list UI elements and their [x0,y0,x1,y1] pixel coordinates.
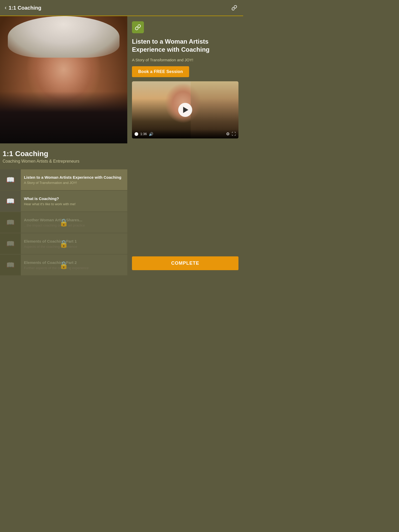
course-title: 1:1 Coaching [2,146,126,159]
progress-dot [135,132,138,136]
content-title: Listen to a Woman Artists Experience wit… [132,37,238,54]
lesson-item-4: 📖 Elements of Coaching Part 1 Aspects of… [0,233,127,254]
lesson-name-1: Listen to a Woman Artists Experience wit… [24,175,121,180]
lesson-list: 📖 Listen to a Woman Artists Experience w… [0,169,127,275]
complete-button[interactable]: COMPLETE [132,256,238,270]
lesson-icon-box-2: 📖 [0,191,21,211]
lesson-desc-4: Aspects of the coaching experience [24,245,77,249]
course-subtitle: Coaching Women Artists & Entrepreneurs [2,159,126,168]
lesson-text-3: Another Woman Artist Shares... ...the im… [21,212,88,233]
lesson-icon-box-5: 📖 [0,255,21,275]
header-link-icon[interactable] [230,4,238,12]
portrait [0,16,127,143]
video-time: 1:36 [140,132,147,136]
lesson-text-2: What is Coaching? Hear what it's like to… [21,191,79,211]
lesson-icon-box-3: 📖 [0,212,21,233]
play-button[interactable] [178,103,192,117]
content-desc: A Story of Transformation and JOY! [132,58,238,62]
video-player: 1:36 🔊 ⚙ ⛶ [132,81,238,138]
lesson-icon-box-1: 📖 [0,169,21,190]
lesson-desc-1: A Story of Transformation and JOY! [24,181,121,185]
settings-icon[interactable]: ⚙ [226,131,230,136]
lesson-text-5: Elements of Coaching Part 2 Further aspe… [21,255,92,275]
video-thumbnail: 1:36 🔊 ⚙ ⛶ [132,81,238,138]
volume-icon[interactable]: 🔊 [149,132,153,136]
lesson-item-5: 📖 Elements of Coaching Part 2 Further as… [0,255,127,275]
lesson-text-1: Listen to a Woman Artists Experience wit… [21,169,124,190]
lesson-icon-box-4: 📖 [0,233,21,254]
video-controls: 1:36 🔊 ⚙ ⛶ [132,129,238,138]
lesson-name-5: Elements of Coaching Part 2 [24,260,89,265]
play-triangle-icon [183,107,188,113]
lesson-item-3: 📖 Another Woman Artist Shares... ...the … [0,212,127,233]
content-spacer [132,143,238,252]
lesson-desc-5: Further aspects of the coaching experien… [24,266,89,270]
lesson-name-4: Elements of Coaching Part 1 [24,239,77,244]
lesson-desc-2: Hear what it's like to work with me! [24,202,76,206]
book-session-button[interactable]: Book a FREE Session [132,66,189,77]
lesson-name-3: Another Woman Artist Shares... [24,217,85,223]
fullscreen-icon[interactable]: ⛶ [232,132,236,136]
main-content: 1:1 Coaching Coaching Women Artists & En… [0,16,243,275]
book-icon-2: 📖 [6,197,15,205]
header: ‹ 1:1 Coaching [0,0,243,16]
book-icon-5: 📖 [6,261,15,269]
content-link-icon[interactable] [132,21,144,33]
lesson-text-4: Elements of Coaching Part 1 Aspects of t… [21,233,80,254]
lesson-item-1[interactable]: 📖 Listen to a Woman Artists Experience w… [0,169,127,190]
lesson-name-2: What is Coaching? [24,196,76,201]
book-icon-1: 📖 [6,176,15,184]
hero-image [0,16,127,143]
left-column: 1:1 Coaching Coaching Women Artists & En… [0,16,127,275]
back-button[interactable]: ‹ [5,4,6,11]
header-title: 1:1 Coaching [9,5,41,11]
book-icon-4: 📖 [6,240,15,248]
book-icon-3: 📖 [6,218,15,227]
right-column: Listen to a Woman Artists Experience wit… [127,16,243,275]
lesson-desc-3: ...the impact coaching on her art practi… [24,223,85,227]
lesson-item-2[interactable]: 📖 What is Coaching? Hear what it's like … [0,191,127,211]
header-left: ‹ 1:1 Coaching [5,4,41,11]
